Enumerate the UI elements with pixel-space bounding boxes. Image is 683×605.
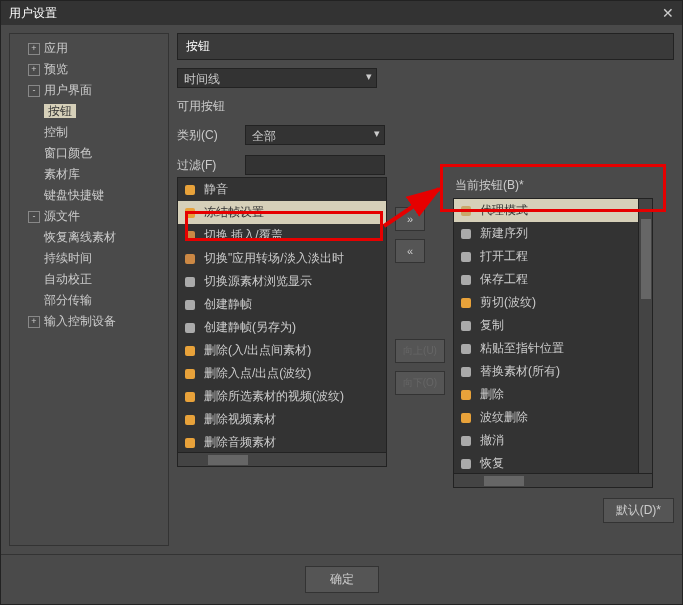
svg-rect-6 — [185, 323, 195, 333]
list-item[interactable]: 切换 插入/覆盖 — [178, 224, 386, 247]
tree-item[interactable]: 控制 — [14, 122, 164, 143]
list-item[interactable]: 恢复 — [454, 452, 638, 473]
list-item[interactable]: 代理模式 — [454, 199, 638, 222]
item-icon — [182, 182, 198, 198]
filter-input[interactable] — [245, 155, 385, 175]
item-icon — [458, 456, 474, 472]
tree-item[interactable]: 应用 — [14, 38, 164, 59]
svg-rect-2 — [185, 231, 195, 241]
item-icon — [182, 320, 198, 336]
list-item[interactable]: 切换"应用转场/淡入淡出时 — [178, 247, 386, 270]
list-item[interactable]: 删除视频素材 — [178, 408, 386, 431]
tree-item[interactable]: 持续时间 — [14, 248, 164, 269]
tree-item[interactable]: 按钮 — [14, 101, 164, 122]
filter-label: 过滤(F) — [177, 157, 237, 174]
h-scrollbar[interactable] — [454, 473, 652, 487]
list-item[interactable]: 打开工程 — [454, 245, 638, 268]
list-item[interactable]: 撤消 — [454, 429, 638, 452]
item-label: 波纹删除 — [480, 409, 528, 426]
svg-rect-7 — [185, 346, 195, 356]
item-icon — [182, 297, 198, 313]
tree-item[interactable]: 自动校正 — [14, 269, 164, 290]
item-label: 代理模式 — [480, 202, 528, 219]
item-icon — [182, 412, 198, 428]
window-title: 用户设置 — [9, 5, 57, 22]
item-label: 删除(入/出点间素材) — [204, 342, 311, 359]
svg-rect-21 — [461, 413, 471, 423]
move-up-button[interactable]: 向上(U) — [395, 339, 445, 363]
svg-rect-15 — [461, 275, 471, 285]
svg-rect-19 — [461, 367, 471, 377]
list-item[interactable]: 新建序列 — [454, 222, 638, 245]
item-icon — [458, 410, 474, 426]
list-item[interactable]: 复制 — [454, 314, 638, 337]
nav-tree: 应用预览用户界面按钮控制窗口颜色素材库键盘快捷键源文件恢复离线素材持续时间自动校… — [9, 33, 169, 546]
svg-rect-13 — [461, 229, 471, 239]
item-label: 替换素材(所有) — [480, 363, 560, 380]
tree-item[interactable]: 素材库 — [14, 164, 164, 185]
svg-rect-8 — [185, 369, 195, 379]
tree-item[interactable]: 部分传输 — [14, 290, 164, 311]
item-label: 粘贴至指针位置 — [480, 340, 564, 357]
list-item[interactable]: 粘贴至指针位置 — [454, 337, 638, 360]
svg-rect-1 — [185, 208, 195, 218]
tree-item[interactable]: 源文件 — [14, 206, 164, 227]
current-list[interactable]: 代理模式新建序列打开工程保存工程剪切(波纹)复制粘贴至指针位置替换素材(所有)删… — [453, 198, 653, 488]
list-item[interactable]: 删除音频素材 — [178, 431, 386, 452]
list-item[interactable]: 静音 — [178, 178, 386, 201]
item-icon — [182, 366, 198, 382]
default-button[interactable]: 默认(D)* — [603, 498, 674, 523]
ok-button[interactable]: 确定 — [305, 566, 379, 593]
list-item[interactable]: 删除入点/出点(波纹) — [178, 362, 386, 385]
item-label: 切换"应用转场/淡入淡出时 — [204, 250, 344, 267]
item-label: 新建序列 — [480, 225, 528, 242]
list-item[interactable]: 删除所选素材的视频(波纹) — [178, 385, 386, 408]
v-scrollbar[interactable] — [638, 199, 652, 473]
category-dropdown[interactable]: 全部 — [245, 125, 385, 145]
item-icon — [182, 274, 198, 290]
list-item[interactable]: 创建静帧 — [178, 293, 386, 316]
item-label: 复制 — [480, 317, 504, 334]
item-label: 撤消 — [480, 432, 504, 449]
tree-item[interactable]: 键盘快捷键 — [14, 185, 164, 206]
item-icon — [182, 228, 198, 244]
add-button[interactable]: » — [395, 207, 425, 231]
move-down-button[interactable]: 向下(O) — [395, 371, 445, 395]
item-label: 创建静帧(另存为) — [204, 319, 296, 336]
item-label: 创建静帧 — [204, 296, 252, 313]
list-item[interactable]: 剪切(波纹) — [454, 291, 638, 314]
list-item[interactable]: 切换源素材浏览显示 — [178, 270, 386, 293]
item-icon — [458, 226, 474, 242]
item-label: 删除视频素材 — [204, 411, 276, 428]
list-item[interactable]: 删除 — [454, 383, 638, 406]
h-scrollbar[interactable] — [178, 452, 386, 466]
list-item[interactable]: 删除(入/出点间素材) — [178, 339, 386, 362]
svg-rect-4 — [185, 277, 195, 287]
item-label: 打开工程 — [480, 248, 528, 265]
available-list[interactable]: 静音冻结帧设置切换 插入/覆盖切换"应用转场/淡入淡出时切换源素材浏览显示创建静… — [177, 177, 387, 467]
tree-item[interactable]: 窗口颜色 — [14, 143, 164, 164]
item-icon — [182, 343, 198, 359]
item-label: 静音 — [204, 181, 228, 198]
close-icon[interactable]: ✕ — [662, 5, 674, 21]
tree-item[interactable]: 输入控制设备 — [14, 311, 164, 332]
list-item[interactable]: 波纹删除 — [454, 406, 638, 429]
tree-item[interactable]: 预览 — [14, 59, 164, 80]
svg-rect-0 — [185, 185, 195, 195]
list-item[interactable]: 冻结帧设置 — [178, 201, 386, 224]
list-item[interactable]: 替换素材(所有) — [454, 360, 638, 383]
current-buttons-label: 当前按钮(B)* — [453, 177, 653, 194]
tree-item[interactable]: 恢复离线素材 — [14, 227, 164, 248]
svg-rect-16 — [461, 298, 471, 308]
item-label: 删除音频素材 — [204, 434, 276, 451]
tree-item[interactable]: 用户界面 — [14, 80, 164, 101]
item-label: 切换 插入/覆盖 — [204, 227, 283, 244]
category-label: 类别(C) — [177, 127, 237, 144]
svg-rect-3 — [185, 254, 195, 264]
svg-rect-22 — [461, 436, 471, 446]
available-buttons-label: 可用按钮 — [177, 98, 237, 115]
list-item[interactable]: 创建静帧(另存为) — [178, 316, 386, 339]
remove-button[interactable]: « — [395, 239, 425, 263]
preset-dropdown[interactable]: 时间线 — [177, 68, 377, 88]
list-item[interactable]: 保存工程 — [454, 268, 638, 291]
